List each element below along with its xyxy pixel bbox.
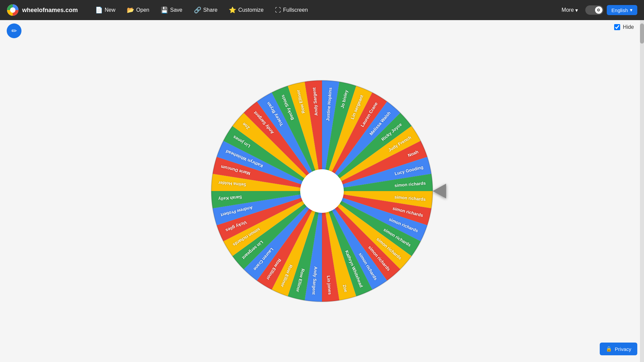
privacy-label: Privacy xyxy=(615,346,631,352)
more-label: More xyxy=(561,7,574,13)
open-icon: 📂 xyxy=(127,6,134,14)
privacy-button[interactable]: 🔒 Privacy xyxy=(600,343,637,355)
customize-label: Customize xyxy=(238,7,264,13)
site-title: wheelofnames.com xyxy=(22,7,78,14)
pencil-icon: ✏ xyxy=(11,27,17,35)
hide-label[interactable]: Hide xyxy=(623,24,634,30)
wheel-pointer xyxy=(433,184,446,198)
language-button[interactable]: English ▾ xyxy=(607,5,637,15)
fullscreen-button[interactable]: ⛶ Fullscreen xyxy=(271,5,312,16)
fullscreen-label: Fullscreen xyxy=(283,7,308,13)
svg-point-1 xyxy=(10,7,15,13)
hide-area: Hide xyxy=(614,24,634,30)
scrollbar-thumb[interactable] xyxy=(640,23,644,44)
share-label: Share xyxy=(203,7,218,13)
language-chevron-icon: ▾ xyxy=(630,7,633,13)
logo-area: wheelofnames.com xyxy=(7,4,78,16)
customize-icon: ⭐ xyxy=(229,6,236,14)
more-button[interactable]: More ▾ xyxy=(557,5,582,15)
share-icon: 🔗 xyxy=(194,6,201,14)
privacy-icon: 🔒 xyxy=(606,346,612,352)
share-button[interactable]: 🔗 Share xyxy=(190,4,222,16)
customize-button[interactable]: ⭐ Customize xyxy=(225,4,268,16)
navbar: wheelofnames.com 📄 New 📂 Open 💾 Save 🔗 S… xyxy=(0,0,644,20)
open-label: Open xyxy=(136,7,149,13)
logo-icon xyxy=(7,4,19,16)
language-label: English xyxy=(611,7,628,13)
save-icon: 💾 xyxy=(161,6,168,14)
wheel-wrapper[interactable] xyxy=(208,77,436,305)
open-button[interactable]: 📂 Open xyxy=(123,4,153,16)
hide-checkbox[interactable] xyxy=(614,24,620,30)
new-button[interactable]: 📄 New xyxy=(91,4,119,16)
wheel-container xyxy=(0,20,644,362)
theme-toggle[interactable]: ⚙ xyxy=(585,5,603,15)
fullscreen-icon: ⛶ xyxy=(275,7,281,14)
scrollbar[interactable] xyxy=(640,20,644,362)
edit-button[interactable]: ✏ xyxy=(7,23,21,38)
more-chevron-icon: ▾ xyxy=(575,7,578,13)
save-label: Save xyxy=(170,7,182,13)
new-label: New xyxy=(105,7,115,13)
new-icon: 📄 xyxy=(95,6,103,14)
save-button[interactable]: 💾 Save xyxy=(157,4,186,16)
toggle-knob: ⚙ xyxy=(595,6,602,14)
wheel-center xyxy=(300,169,344,213)
